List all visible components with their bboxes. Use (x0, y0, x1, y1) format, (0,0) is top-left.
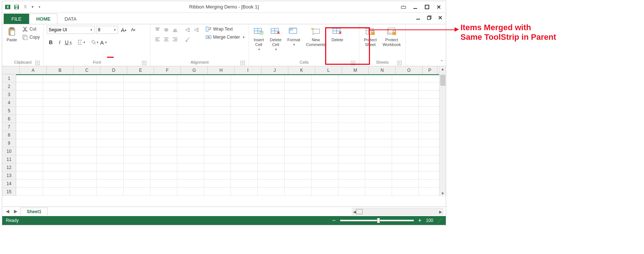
scroll-left-icon[interactable]: ◀ (353, 210, 356, 214)
column-header[interactable]: O (396, 66, 423, 74)
tab-file[interactable]: FILE (4, 14, 29, 24)
column-header[interactable]: C (74, 66, 100, 74)
scroll-up-icon[interactable]: ▲ (441, 67, 445, 71)
new-comments-button[interactable]: New Comments (305, 26, 327, 48)
align-top-button[interactable] (153, 26, 161, 34)
column-header[interactable]: N (369, 66, 396, 74)
align-middle-button[interactable] (162, 26, 170, 34)
child-minimize-icon[interactable] (415, 14, 421, 21)
zoom-slider[interactable] (340, 220, 414, 221)
child-close-icon[interactable] (437, 14, 444, 21)
column-header[interactable]: F (154, 66, 181, 74)
decrease-indent-button[interactable] (184, 26, 192, 34)
row-header[interactable]: 1 (2, 74, 16, 82)
align-left-button[interactable] (153, 35, 161, 43)
align-bottom-button[interactable] (171, 26, 179, 34)
insert-cell-button[interactable]: + Insert Cell▼ (252, 26, 265, 52)
close-icon[interactable] (435, 4, 442, 10)
touch-mode-icon[interactable] (22, 4, 29, 10)
resize-grip-icon[interactable]: ⋰ (438, 218, 442, 223)
wrap-text-button[interactable]: Wrap Text (205, 26, 246, 32)
row-header[interactable]: 9 (2, 139, 16, 147)
delete-comments-button[interactable]: Delete (330, 26, 345, 43)
row-header[interactable]: 12 (2, 163, 16, 172)
align-right-button[interactable] (171, 35, 179, 43)
border-button[interactable]: ▼ (78, 38, 86, 46)
font-launcher-icon[interactable]: ⌐ (142, 61, 146, 65)
qat-customize-icon[interactable]: ▾ (39, 5, 40, 9)
sheet-nav-next-icon[interactable]: ▶ (13, 209, 18, 215)
font-color-button[interactable]: A▼ (100, 38, 108, 46)
merge-center-button[interactable]: Merge Center ▼ (205, 34, 246, 40)
child-restore-icon[interactable] (426, 14, 433, 21)
bold-button[interactable]: B (47, 38, 55, 46)
scroll-down-icon[interactable]: ▼ (441, 191, 445, 195)
paste-button[interactable]: Paste (5, 26, 18, 43)
font-name-combo[interactable]: Segoe UI▼ (47, 26, 95, 34)
zoom-level[interactable]: 100 (426, 218, 433, 223)
column-header[interactable]: D (100, 66, 127, 74)
protect-workbook-button[interactable]: Protect Workbook (381, 26, 402, 48)
fill-color-button[interactable]: ▼ (91, 38, 99, 46)
scroll-thumb[interactable] (440, 75, 445, 86)
row-header[interactable]: 14 (2, 180, 16, 188)
sheets-launcher-icon[interactable]: ⌐ (397, 61, 402, 65)
column-header[interactable]: B (47, 66, 74, 74)
column-header[interactable]: H (208, 66, 235, 74)
row-header[interactable]: 13 (2, 172, 16, 180)
row-header[interactable]: 7 (2, 123, 16, 131)
column-header[interactable]: I (235, 66, 261, 74)
delete-cell-button[interactable]: Delete Cell▼ (268, 26, 283, 52)
column-header[interactable]: A (20, 66, 47, 74)
row-header[interactable]: 11 (2, 155, 16, 163)
collapse-ribbon-icon[interactable]: ⌃ (440, 59, 444, 64)
zoom-in-icon[interactable]: + (418, 217, 421, 224)
increase-font-button[interactable]: A▴ (120, 26, 128, 34)
minimize-icon[interactable] (412, 4, 419, 10)
row-header[interactable]: 4 (2, 99, 16, 107)
tab-home[interactable]: HOME (29, 14, 57, 24)
vertical-scrollbar[interactable]: ▲ ▼ (439, 66, 446, 196)
format-button[interactable]: Format▼ (286, 26, 302, 47)
clipboard-launcher-icon[interactable]: ⌐ (35, 61, 40, 65)
column-header[interactable]: J (261, 66, 288, 74)
italic-button[interactable]: I (56, 38, 64, 46)
ribbon-options-icon[interactable] (400, 4, 407, 10)
row-header[interactable]: 8 (2, 131, 16, 139)
maximize-icon[interactable] (424, 4, 430, 10)
horizontal-scrollbar[interactable]: ◀ ▶ (352, 208, 444, 215)
increase-indent-button[interactable] (192, 26, 200, 34)
decrease-font-button[interactable]: A▾ (129, 26, 137, 34)
cut-button[interactable]: Cut (21, 26, 40, 32)
tab-data[interactable]: DATA (57, 14, 83, 24)
column-header[interactable]: E (127, 66, 154, 74)
sheet-tab[interactable]: Sheet1 (21, 208, 47, 215)
column-header[interactable]: G (181, 66, 208, 74)
copy-button[interactable]: Copy (21, 34, 40, 40)
underline-button[interactable]: U▼ (64, 38, 72, 46)
column-header[interactable]: L (315, 66, 342, 74)
row-header[interactable]: 5 (2, 107, 16, 115)
zoom-out-icon[interactable]: − (332, 217, 335, 224)
orientation-button[interactable] (184, 35, 192, 43)
select-all-corner[interactable] (2, 66, 20, 74)
column-header[interactable]: P (423, 66, 437, 74)
qat-dropdown-icon[interactable]: ▼ (31, 5, 34, 9)
protect-sheet-button[interactable]: Protect Sheet (362, 26, 378, 48)
cell-grid[interactable] (16, 74, 446, 207)
cells-launcher-icon[interactable]: ⌐ (351, 61, 355, 65)
row-header[interactable]: 2 (2, 82, 16, 91)
align-center-button[interactable] (162, 35, 170, 43)
scroll-thumb[interactable] (356, 209, 363, 214)
row-header[interactable]: 6 (2, 115, 16, 123)
save-icon[interactable] (13, 4, 20, 10)
row-header[interactable]: 3 (2, 91, 16, 99)
row-header[interactable]: 15 (2, 188, 16, 196)
column-header[interactable]: K (288, 66, 315, 74)
row-header[interactable]: 10 (2, 147, 16, 155)
column-header[interactable]: M (342, 66, 369, 74)
zoom-slider-thumb[interactable] (377, 218, 380, 223)
alignment-launcher-icon[interactable]: ⌐ (241, 61, 245, 65)
scroll-right-icon[interactable]: ▶ (439, 210, 442, 214)
font-size-combo[interactable]: 8▼ (96, 26, 118, 34)
